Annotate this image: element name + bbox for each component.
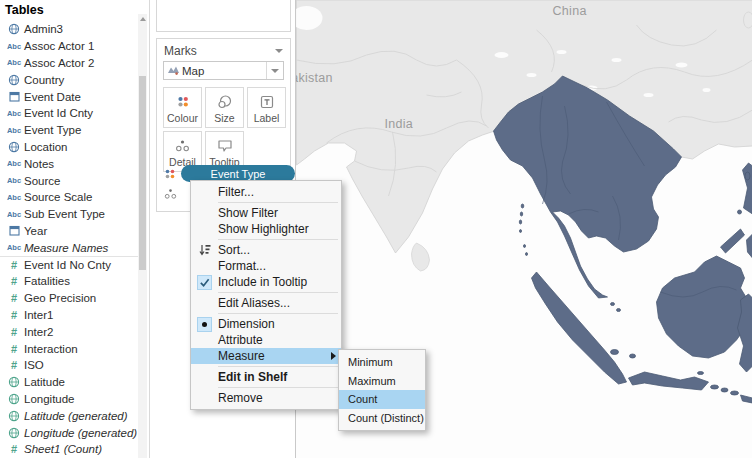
colour-icon [176,95,190,109]
marks-card-collapse-icon[interactable] [275,49,283,53]
menu-item-filter[interactable]: Filter... [191,184,341,200]
field-item-measure-names[interactable]: AbcMeasure Names [0,239,138,256]
number-icon: # [4,275,24,287]
field-label: Longitude [24,393,75,405]
menu-item-remove[interactable]: Remove [191,390,341,406]
label-button-label: Label [254,112,280,124]
globe-icon [4,23,24,35]
field-item-source-scale[interactable]: AbcSource Scale [0,189,138,206]
field-item-country[interactable]: Country [0,71,138,88]
map-island-borneo [657,256,747,358]
size-icon [217,95,232,109]
field-item-sub-event-type[interactable]: AbcSub Event Type [0,206,138,223]
scrollbar-thumb[interactable] [139,76,146,270]
field-label: Notes [24,158,54,170]
menu-item-show-filter[interactable]: Show Filter [191,205,341,221]
field-label: Interaction [24,343,78,355]
field-item-assoc-actor-1[interactable]: AbcAssoc Actor 1 [0,38,138,55]
map-island-java [629,372,709,390]
data-pane-scrollbar[interactable] [138,14,147,458]
checkmark-icon [197,275,212,290]
number-icon: # [4,292,24,304]
text-icon: Abc [4,58,24,67]
map-label-china: China [553,4,587,18]
menu-item-sort[interactable]: Sort... [191,242,341,258]
menu-item-gutter [191,244,218,256]
field-item-notes[interactable]: AbcNotes [0,155,138,172]
size-button[interactable]: Size [205,87,244,128]
menu-item-label: Edit Aliases... [218,296,341,310]
number-icon: # [4,359,24,371]
field-label: Longitude (generated) [24,427,137,439]
menu-item-format[interactable]: Format... [191,258,341,274]
field-item-admin3[interactable]: Admin3 [0,21,138,38]
field-item-event-id-no-cnty[interactable]: #Event Id No Cnty [0,256,138,273]
menu-item-edit-aliases[interactable]: Edit Aliases... [191,295,341,311]
field-item-latitude-generated[interactable]: Latitude (generated) [0,407,138,424]
field-item-event-date[interactable]: Event Date [0,88,138,105]
submenu-item-count[interactable]: Count [339,390,425,409]
field-item-geo-precision[interactable]: #Geo Precision [0,290,138,307]
field-label: Event Date [24,91,81,103]
text-icon: Abc [4,159,24,168]
number-icon: # [4,259,24,271]
field-item-longitude-generated[interactable]: Longitude (generated) [0,424,138,441]
map-mark-type-icon [164,65,182,76]
map-island-srilanka [412,243,430,271]
field-item-sheet1-count[interactable]: #Sheet1 (Count) [0,441,138,458]
menu-item-label: Remove [218,391,341,405]
menu-item-edit-in-shelf[interactable]: Edit in Shelf [191,369,341,385]
field-item-longitude[interactable]: Longitude [0,391,138,408]
field-item-location[interactable]: Location [0,139,138,156]
field-item-inter1[interactable]: #Inter1 [0,307,138,324]
colour-button-label: Colour [167,112,198,124]
field-context-menu: Filter...Show FilterShow HighlighterSort… [190,180,342,410]
number-icon: # [4,326,24,338]
field-item-latitude[interactable]: Latitude [0,374,138,391]
mark-type-dropdown[interactable]: Map [163,61,284,80]
menu-item-dimension[interactable]: Dimension [191,316,341,332]
scroll-up-arrow-icon[interactable] [140,17,146,21]
field-item-inter2[interactable]: #Inter2 [0,323,138,340]
field-item-iso[interactable]: #ISO [0,357,138,374]
sort-icon [199,244,211,256]
submenu-arrow-icon [331,352,336,360]
menu-item-gutter [191,317,218,332]
calendar-icon [4,225,24,236]
menu-item-include-in-tooltip[interactable]: Include in Tooltip [191,274,341,290]
field-item-event-id-cnty[interactable]: AbcEvent Id Cnty [0,105,138,122]
field-label: Inter2 [24,326,53,338]
field-item-event-type[interactable]: AbcEvent Type [0,122,138,139]
radio-selected-icon [197,317,212,332]
field-label: Latitude (generated) [24,410,128,422]
field-item-fatalities[interactable]: #Fatalities [0,273,138,290]
menu-item-label: Filter... [218,185,341,199]
menu-item-measure[interactable]: Measure [191,348,341,364]
submenu-item-maximum[interactable]: Maximum [339,372,425,391]
label-button[interactable]: Label [247,87,286,128]
menu-item-attribute[interactable]: Attribute [191,332,341,348]
field-item-year[interactable]: Year [0,223,138,240]
map-island-taiwan [744,12,752,28]
text-icon: Abc [4,176,24,185]
menu-item-show-highlighter[interactable]: Show Highlighter [191,221,341,237]
colour-button[interactable]: Colour [163,87,202,128]
filters-card [156,0,291,32]
measure-submenu: MinimumMaximumCountCount (Distinct) [338,349,426,431]
data-pane: Tables Admin3AbcAssoc Actor 1AbcAssoc Ac… [0,0,150,458]
field-label: Event Id No Cnty [24,259,111,271]
field-item-interaction[interactable]: #Interaction [0,340,138,357]
menu-item-label: Show Highlighter [218,222,341,236]
text-icon: Abc [4,126,24,135]
submenu-item-count-distinct[interactable]: Count (Distinct) [339,409,425,428]
field-item-assoc-actor-2[interactable]: AbcAssoc Actor 2 [0,55,138,72]
mark-type-dropdown-arrow[interactable] [266,62,283,79]
field-item-source[interactable]: AbcSource [0,172,138,189]
globe-icon [4,74,24,86]
field-label: Inter1 [24,309,53,321]
submenu-item-label: Count (Distinct) [348,412,425,424]
menu-item-gutter [191,275,218,290]
submenu-item-minimum[interactable]: Minimum [339,353,425,372]
detail-shelf-icon [164,188,177,200]
map-label-pakistan: Pakistan [296,71,333,85]
